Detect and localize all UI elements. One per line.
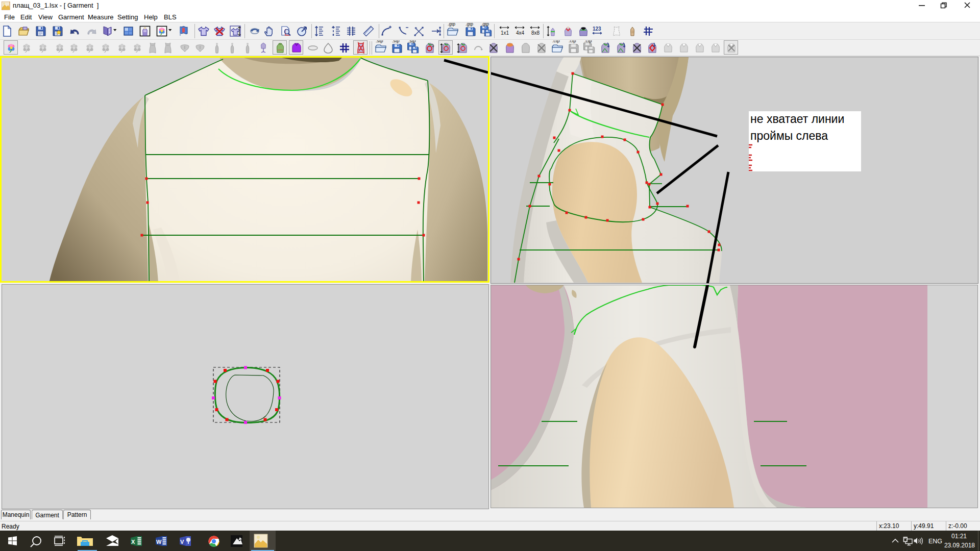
svg-text:23.09.2018: 23.09.2018: [944, 542, 975, 549]
svg-text:не хватает линии: не хватает линии: [750, 112, 844, 126]
svg-text:.stp: .stp: [376, 40, 383, 43]
svg-text:.stp: .stp: [408, 40, 416, 43]
svg-text:4x4: 4x4: [516, 30, 525, 36]
svg-text:V: V: [180, 539, 184, 545]
svg-text:.gtp: .gtp: [448, 23, 455, 27]
svg-text:01:21: 01:21: [951, 533, 967, 540]
svg-text:.ctp: .ctp: [584, 40, 592, 43]
svg-text:X: X: [131, 539, 135, 545]
svg-text:W: W: [156, 539, 162, 545]
svg-text:8x8: 8x8: [531, 30, 540, 36]
svg-text:проймы слева: проймы слева: [750, 129, 828, 142]
svg-text:.ctp: .ctp: [552, 40, 560, 43]
svg-text:123: 123: [593, 26, 601, 32]
svg-text:1x1: 1x1: [501, 30, 509, 36]
svg-text:.stp: .stp: [392, 40, 400, 43]
svg-text:.gtp: .gtp: [481, 23, 489, 27]
svg-text:ENG: ENG: [928, 538, 942, 545]
svg-text:.ctp: .ctp: [569, 40, 576, 43]
svg-text:.gtp: .gtp: [465, 23, 473, 27]
